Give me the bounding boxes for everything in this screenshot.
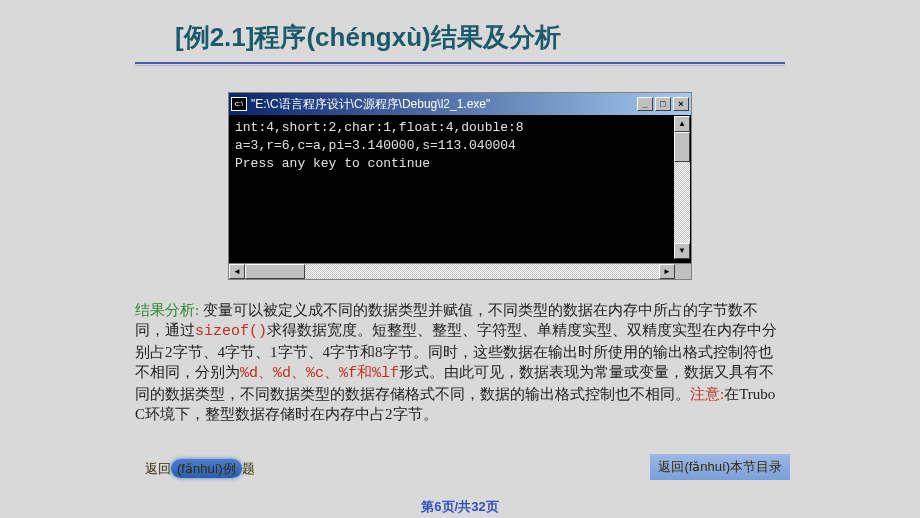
app-icon: c:\ (231, 97, 247, 111)
scroll-up-icon[interactable]: ▲ (674, 116, 690, 132)
console-line: Press any key to continue (235, 156, 430, 171)
slide-title: [例2.1]程序(chéngxù)结果及分析 (135, 20, 785, 55)
titlebar-text: "E:\C语言程序设计\C源程序\Debug\l2_1.exe" (251, 96, 637, 113)
nav-left-pill: (fǎnhuí)例 (171, 459, 242, 478)
scroll-thumb[interactable] (674, 132, 690, 162)
scroll-left-icon[interactable]: ◄ (229, 264, 245, 279)
console-window: c:\ "E:\C语言程序设计\C源程序\Debug\l2_1.exe" _ □… (228, 92, 692, 280)
window-titlebar[interactable]: c:\ "E:\C语言程序设计\C源程序\Debug\l2_1.exe" _ □… (229, 93, 691, 115)
close-button[interactable]: × (673, 97, 689, 111)
window-controls: _ □ × (637, 97, 689, 111)
maximize-button[interactable]: □ (655, 97, 671, 111)
scrollbar-corner (675, 264, 691, 279)
code-format: %d、%d、%c、%f和%lf (240, 365, 399, 382)
nav-back-section[interactable]: 返回(fǎnhuí)本节目录 (650, 454, 790, 480)
title-rule (135, 62, 785, 66)
scroll-right-icon[interactable]: ► (659, 264, 675, 279)
console-output: int:4,short:2,char:1,float:4,double:8 a=… (229, 115, 691, 263)
nav-left-prefix: 返回 (145, 461, 171, 476)
vertical-scrollbar[interactable]: ▲ ▼ (674, 116, 690, 259)
scroll-down-icon[interactable]: ▼ (674, 243, 690, 259)
analysis-label: 结果分析: (135, 302, 199, 318)
code-sizeof: sizeof() (195, 323, 267, 340)
slide-container: [例2.1]程序(chéngxù)结果及分析 c:\ "E:\C语言程序设计\C… (0, 0, 920, 518)
horizontal-scrollbar[interactable]: ◄ ► (229, 263, 691, 279)
minimize-button[interactable]: _ (637, 97, 653, 111)
nav-left-suffix: 题 (242, 461, 255, 476)
note-label: 注意: (690, 386, 724, 402)
page-footer: 第6页/共32页 (0, 498, 920, 516)
console-line: int:4,short:2,char:1,float:4,double:8 (235, 120, 524, 135)
hscroll-thumb[interactable] (245, 264, 305, 279)
hscroll-track[interactable] (245, 264, 659, 279)
scroll-track[interactable] (674, 162, 690, 243)
console-line: a=3,r=6,c=a,pi=3.140000,s=113.040004 (235, 138, 516, 153)
nav-back-example[interactable]: 返回(fǎnhuí)例题 (145, 460, 255, 478)
analysis-text: 结果分析: 变量可以被定义成不同的数据类型并赋值，不同类型的数据在内存中所占的字… (135, 300, 785, 424)
